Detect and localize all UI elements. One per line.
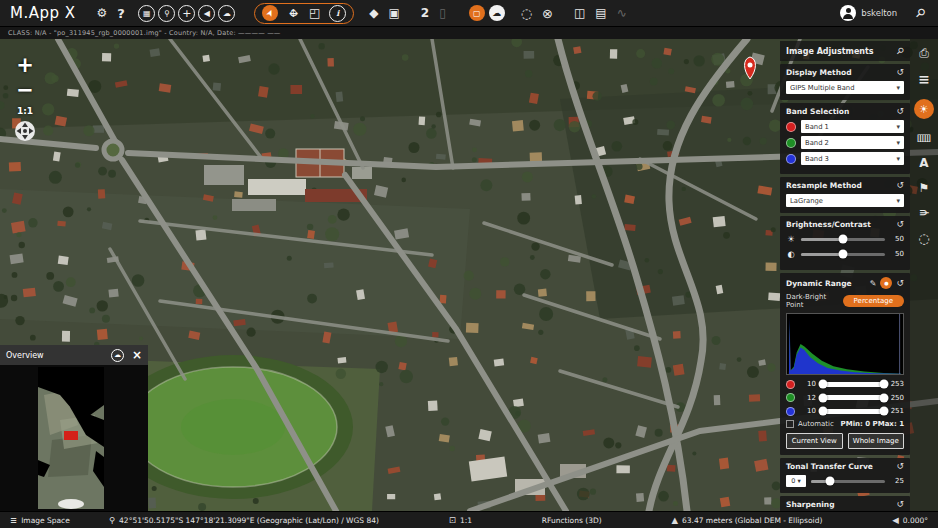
tonal-transfer-curve-section: Tonal Transfer Curve ↺ 0▾ 25 xyxy=(780,458,910,493)
help-icon[interactable]: ? xyxy=(117,7,125,20)
previous-view-icon[interactable]: ◀ xyxy=(198,5,215,22)
green-band-select[interactable]: Band 2▾ xyxy=(801,136,904,149)
blue-band-select[interactable]: Band 3▾ xyxy=(801,152,904,165)
blue-max-value: 251 xyxy=(889,407,904,415)
display-method-select[interactable]: GIPS Multiple Band▾ xyxy=(786,81,904,94)
tag-icon[interactable]: ◆ xyxy=(369,7,378,19)
green-band-dot xyxy=(786,138,796,148)
red-range-slider[interactable] xyxy=(820,382,885,387)
print-icon[interactable]: ⎙ xyxy=(919,47,929,59)
percentage-button[interactable]: Percentage xyxy=(843,295,904,307)
blue-band-dot xyxy=(786,154,796,164)
spinner-icon[interactable]: ◌ xyxy=(521,7,532,20)
display-method-section: Display Method ↺ GIPS Multiple Band▾ xyxy=(780,64,910,100)
settings-icon[interactable]: ⚙ xyxy=(97,7,108,19)
green-min-value: 12 xyxy=(804,394,816,402)
shelf-icon[interactable]: ▢ xyxy=(469,5,485,21)
green-channel-dot xyxy=(786,393,795,402)
cloud-layers-icon[interactable]: ☁ xyxy=(489,5,505,21)
image-adjustments-icon[interactable]: ☀ xyxy=(914,99,934,119)
pmin-pmax-value: PMin: 0 PMax: 1 xyxy=(841,420,904,428)
scale-1-1-button[interactable]: 1:1 xyxy=(17,107,33,116)
cloud-upload-icon[interactable]: ☁ xyxy=(218,5,235,22)
ttc-preset-select[interactable]: 0▾ xyxy=(786,475,806,487)
layers-icon[interactable]: ≡ xyxy=(918,72,930,86)
split-view-icon[interactable]: ◫ xyxy=(574,7,585,19)
blue-channel-dot xyxy=(786,407,795,416)
export-icon[interactable]: ▤ xyxy=(595,7,606,19)
brightness-contrast-reset-icon[interactable]: ↺ xyxy=(896,220,904,229)
overview-panel: Overview ☁ × xyxy=(0,345,148,511)
dark-bright-point-label[interactable]: Dark-Bright Point xyxy=(786,293,843,309)
overview-thumbnail[interactable] xyxy=(0,365,148,511)
contrast-slider[interactable] xyxy=(801,253,885,256)
scale-readout: ⊡ 1:1 xyxy=(449,515,472,525)
panel-title: Image Adjustments xyxy=(786,47,897,56)
histogram-stretch-icon[interactable]: ● xyxy=(880,277,892,289)
add-icon[interactable]: + xyxy=(178,5,195,22)
placemark-icon[interactable]: ⚲ xyxy=(158,5,175,22)
zoom-out-button[interactable]: − xyxy=(16,80,34,101)
sharpening-label: Sharpening xyxy=(786,500,896,509)
share-branch-icon[interactable]: ⋔ xyxy=(918,208,930,218)
main-view: + − 1:1 Overview ☁ × xyxy=(0,39,938,511)
pan-rosette[interactable] xyxy=(14,120,36,142)
processing-icon[interactable]: ◌ xyxy=(918,232,929,245)
zoom-box-icon[interactable]: ◰ xyxy=(309,7,320,19)
current-view-button[interactable]: Current View xyxy=(786,433,843,449)
pointer-tools-group: ➤ ◰ i xyxy=(254,3,354,24)
overview-cloud-icon[interactable]: ☁ xyxy=(111,349,124,362)
ttc-slider[interactable] xyxy=(811,480,885,483)
edit-pencil-icon[interactable]: ✎ xyxy=(870,279,877,288)
red-band-select[interactable]: Band 1▾ xyxy=(801,120,904,133)
histogram[interactable] xyxy=(786,313,904,375)
green-max-value: 250 xyxy=(889,394,904,402)
space-menu-icon[interactable]: ≡ xyxy=(10,515,17,525)
green-range-slider[interactable] xyxy=(820,395,885,400)
username[interactable]: bskelton xyxy=(861,8,897,18)
select-cursor-icon[interactable]: ➤ xyxy=(262,5,278,21)
automatic-checkbox[interactable] xyxy=(786,420,794,428)
image-space-selector[interactable]: ≡ Image Space xyxy=(10,515,70,525)
display-method-reset-icon[interactable]: ↺ xyxy=(896,68,904,77)
contrast-value: 50 xyxy=(890,250,904,258)
overview-close-icon[interactable]: × xyxy=(132,349,142,361)
blue-min-value: 10 xyxy=(804,407,816,415)
measure-icon[interactable]: ▥ xyxy=(916,133,931,143)
whole-image-button[interactable]: Whole Image xyxy=(848,433,905,449)
mountain-icon: ▲ xyxy=(671,515,678,525)
overview-header: Overview ☁ × xyxy=(0,345,148,365)
annotate-text-icon[interactable]: A xyxy=(919,157,928,169)
cursor-coordinates: ⚲ 42°51'50.5175"S 147°18'21.3099"E (Geog… xyxy=(109,515,379,525)
dynamic-range-label: Dynamic Range xyxy=(786,279,870,288)
user-avatar[interactable] xyxy=(840,5,856,21)
pan-icon[interactable] xyxy=(287,7,300,20)
dynamic-range-section: Dynamic Range ✎ ● ↺ Dark-Bright Point Pe… xyxy=(780,273,910,455)
band-selection-reset-icon[interactable]: ↺ xyxy=(896,107,904,116)
dynamic-range-reset-icon[interactable]: ↺ xyxy=(896,279,904,288)
pushpin-icon[interactable]: ⚲ xyxy=(916,7,925,19)
swipe-tool-icon[interactable]: 2 xyxy=(421,7,429,19)
panel-pin-icon[interactable]: ⚲ xyxy=(897,46,904,56)
info-icon[interactable]: i xyxy=(329,5,346,22)
resample-method-select[interactable]: LaGrange▾ xyxy=(786,194,904,207)
resample-method-label: Resample Method xyxy=(786,181,896,190)
terrain-profile-icon[interactable]: ⚑ xyxy=(919,182,930,194)
resample-reset-icon[interactable]: ↺ xyxy=(896,181,904,190)
rfunctions-readout[interactable]: RFunctions (3D) xyxy=(542,516,602,525)
layer-tools-group: ▦ ⚲ + ◀ ☁ xyxy=(137,5,237,22)
frame-icon[interactable]: ▣ xyxy=(388,7,399,19)
ttc-reset-icon[interactable]: ↺ xyxy=(896,462,904,471)
blue-range-slider[interactable] xyxy=(820,409,885,414)
grid-icon[interactable]: ▦ xyxy=(138,5,155,22)
cancel-icon[interactable]: ⊗ xyxy=(542,7,553,20)
display-method-label: Display Method xyxy=(786,68,896,77)
resample-method-section: Resample Method ↺ LaGrange▾ xyxy=(780,177,910,213)
brightness-slider[interactable] xyxy=(801,238,885,241)
attach-icon: ∿ xyxy=(617,7,627,19)
ttc-value: 25 xyxy=(890,477,904,485)
red-channel-dot xyxy=(786,380,795,389)
brightness-value: 50 xyxy=(890,235,904,243)
sharpening-reset-icon[interactable]: ↺ xyxy=(896,500,904,509)
zoom-in-button[interactable]: + xyxy=(16,55,34,76)
